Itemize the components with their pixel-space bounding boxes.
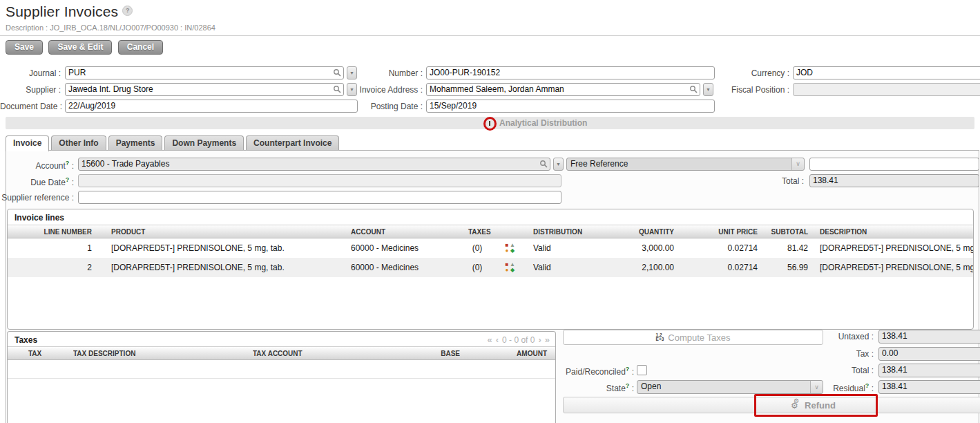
taxes-pager: « ‹ 0 - 0 of 0 › » (487, 335, 550, 345)
taxes-shapes-icon[interactable]: ■▲●◆ (504, 262, 515, 273)
description-cell: [DORAPRED5T-] PREDNISOLONE, 5 mg, tab. (814, 243, 973, 253)
col-tax-description[interactable]: TAX DESCRIPTION (73, 350, 253, 357)
due-date-label: Due Date? : (0, 176, 74, 187)
tax-input[interactable]: 0.00 (878, 347, 980, 361)
posting-date-input[interactable]: 15/Sep/2019 (426, 100, 715, 113)
tab-counterpart-invoice[interactable]: Counterpart Invoice (246, 135, 339, 150)
untaxed-label: Untaxed : (763, 332, 874, 341)
journal-input[interactable]: PUR (65, 66, 344, 79)
account-value: 15600 - Trade Payables (81, 159, 169, 169)
compute-taxes-label: Compute Taxes (668, 332, 730, 343)
paid-reconciled-checkbox[interactable] (637, 365, 647, 375)
taxes-cell: (0) (453, 243, 501, 253)
expander-arrow-icon (489, 121, 490, 126)
paid-reconciled-label: Paid/Reconciled? : (526, 366, 634, 377)
tab-payments[interactable]: Payments (108, 135, 163, 150)
pager-first-icon[interactable]: « (487, 335, 492, 345)
pager-prev-icon[interactable]: ‹ (496, 335, 499, 345)
help-icon[interactable]: ? (122, 6, 133, 16)
toolbar: Save Save & Edit Cancel (6, 40, 166, 55)
supplier-reference-label: Supplier reference : (0, 193, 74, 203)
residual-input[interactable]: 138.41 (878, 380, 980, 394)
invoice-line-row[interactable]: 1 [DORAPRED5T-] PREDNISOLONE, 5 mg, tab.… (8, 238, 973, 258)
account-cell: 60000 - Medicines (336, 263, 453, 272)
supplier-invoices-screen: Supplier Invoices? Description : JO_IRB_… (0, 0, 980, 423)
journal-value: PUR (68, 68, 86, 77)
invoice-address-input[interactable]: Mohammed Saleem, Jordan Amman (426, 83, 700, 96)
account-input[interactable]: 15600 - Trade Payables (78, 158, 550, 171)
page-header: Supplier Invoices? (6, 3, 133, 20)
product-cell: [DORAPRED5T-] PREDNISOLONE, 5 mg, tab. (97, 263, 336, 272)
tax-label: Tax : (763, 349, 874, 359)
save-and-edit-button[interactable]: Save & Edit (48, 40, 112, 55)
search-icon[interactable] (689, 85, 698, 94)
description-cell: [DORAPRED5T-] PREDNISOLONE, 5 mg, tab. (814, 263, 973, 272)
col-account[interactable]: ACCOUNT (336, 228, 453, 236)
tab-other-info[interactable]: Other Info (51, 135, 106, 150)
subtotal-cell: 56.99 (763, 263, 814, 272)
taxes-header-bar: Taxes « ‹ 0 - 0 of 0 › » (8, 332, 555, 346)
annotation-circle (483, 117, 497, 131)
col-quantity[interactable]: QUANTITY (597, 228, 680, 236)
unit-price-cell: 0.02714 (680, 243, 763, 253)
account-label: Account? : (0, 160, 74, 171)
product-cell: [DORAPRED5T-] PREDNISOLONE, 5 mg, tab. (97, 243, 336, 253)
col-base[interactable]: BASE (432, 350, 460, 357)
annotation-rectangle (754, 394, 878, 417)
pager-next-icon[interactable]: › (538, 335, 541, 345)
taxes-title: Taxes (15, 335, 37, 345)
currency-label: Currency : (718, 68, 789, 78)
col-tax-account[interactable]: TAX ACCOUNT (253, 350, 432, 357)
number-value: JO00-PUR-190152 (430, 68, 500, 77)
col-description[interactable]: DESCRIPTION (814, 228, 973, 236)
tab-invoice[interactable]: Invoice (6, 135, 49, 151)
col-amount[interactable]: AMOUNT (460, 350, 555, 357)
currency-value: JOD (796, 68, 813, 77)
search-icon[interactable] (333, 68, 342, 77)
state-value: Open (641, 382, 661, 391)
taxes-shapes-icon[interactable]: ■▲●◆ (504, 243, 515, 254)
number-input[interactable]: JO00-PUR-190152 (426, 66, 715, 79)
search-icon[interactable] (333, 85, 342, 94)
document-date-value: 22/Aug/2019 (68, 101, 115, 111)
supplier-input[interactable]: Jaweda Int. Drug Store (65, 83, 344, 96)
col-taxes[interactable]: TAXES (453, 228, 501, 236)
tab-down-payments[interactable]: Down Payments (164, 135, 244, 150)
due-date-input[interactable] (78, 174, 561, 187)
calculator-icon: 1,2E+3 (656, 333, 664, 341)
state-label: State? : (526, 382, 634, 393)
untaxed-input[interactable]: 138.41 (878, 330, 980, 344)
cancel-button[interactable]: Cancel (118, 40, 163, 55)
col-subtotal[interactable]: SUBTOTAL (763, 228, 814, 236)
taxes-widget-cell: ■▲●◆ (501, 243, 530, 254)
col-tax[interactable]: TAX (8, 350, 73, 357)
analytical-distribution-label: Analytical Distribution (499, 118, 587, 128)
save-button[interactable]: Save (6, 40, 43, 55)
search-icon[interactable] (539, 160, 548, 169)
fiscal-position-input[interactable] (793, 83, 980, 96)
invoice-address-dropdown-button[interactable]: ▼ (703, 83, 713, 96)
invoice-total-input[interactable]: 138.41 (809, 174, 979, 187)
document-date-input[interactable]: 22/Aug/2019 (65, 100, 358, 113)
col-product[interactable]: PRODUCT (97, 228, 336, 236)
chevron-down-icon: ▼ (706, 87, 711, 92)
posting-date-value: 15/Sep/2019 (430, 101, 477, 111)
pager-last-icon[interactable]: » (545, 335, 550, 345)
invoice-lines-title: Invoice lines (8, 209, 973, 225)
invoice-line-row[interactable]: 2 [DORAPRED5T-] PREDNISOLONE, 5 mg, tab.… (8, 258, 973, 277)
chevron-down-icon: ▼ (556, 162, 561, 167)
col-distribution[interactable]: DISTRIBUTION (530, 228, 597, 236)
taxes-cell: (0) (453, 263, 501, 272)
posting-date-label: Posting Date : (349, 102, 423, 111)
free-reference-select[interactable]: Free Reference ∨ (566, 158, 805, 171)
record-description: Description : JO_IRB_OCA.18/NL/JO007/PO0… (6, 24, 215, 32)
header-divider (0, 35, 980, 36)
currency-input[interactable]: JOD (793, 66, 980, 79)
taxes-group: Taxes « ‹ 0 - 0 of 0 › » TAX TAX DESCRIP… (7, 331, 556, 423)
supplier-reference-input[interactable] (78, 191, 561, 204)
account-dropdown-button[interactable]: ▼ (553, 158, 564, 171)
col-unit-price[interactable]: UNIT PRICE (680, 228, 763, 236)
col-line-number[interactable]: LINE NUMBER (8, 228, 97, 236)
free-reference-input[interactable] (809, 158, 979, 171)
total-input[interactable]: 138.41 (878, 364, 980, 377)
